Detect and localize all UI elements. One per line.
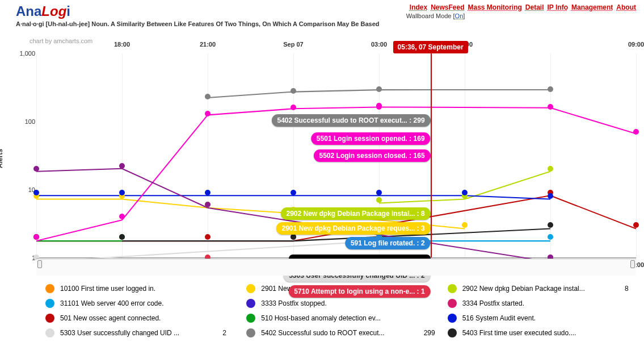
nav-management[interactable]: Management (571, 3, 613, 11)
data-point[interactable] (119, 234, 125, 240)
legend-item[interactable]: 31101 Web server 400 error code. (45, 299, 242, 308)
legend-swatch-icon (45, 314, 54, 323)
series-tooltip: 5501 Login session opened. : 169 (311, 132, 431, 145)
legend-label: 5403 First time user executed sudo.... (462, 329, 619, 337)
legend-swatch-icon (246, 314, 255, 323)
top-nav: IndexNewsFeedMass MonitoringDetailIP Inf… (406, 3, 636, 11)
svg-line-25 (36, 220, 122, 241)
series-tooltip: 2902 New dpkg Debian Package instal... :… (280, 207, 430, 220)
svg-line-11 (550, 195, 636, 228)
data-point[interactable] (548, 166, 553, 172)
data-point[interactable] (376, 86, 382, 92)
legend-item[interactable]: 510 Host-based anomaly detection ev... (246, 314, 443, 323)
data-point[interactable] (548, 193, 553, 199)
data-point[interactable] (205, 94, 211, 99)
legend-item[interactable]: 3334 Postfix started. (448, 299, 644, 308)
data-point[interactable] (291, 105, 296, 110)
app-logo: AnaLogi (16, 3, 380, 19)
data-point[interactable] (462, 222, 468, 228)
data-point[interactable] (119, 190, 125, 195)
legend-label: 10100 First time user logged in. (60, 285, 217, 293)
data-point[interactable] (376, 197, 382, 203)
wallboard-toggle[interactable]: On (455, 12, 464, 19)
data-point[interactable] (33, 166, 39, 172)
svg-line-34 (122, 169, 208, 208)
legend-count: 299 (424, 329, 443, 337)
series-tooltip: 5502 Login session closed. : 165 (314, 149, 431, 162)
legend-item[interactable]: 3333 Postfix stopped. (246, 299, 443, 308)
scrubber-handle-left[interactable] (37, 260, 42, 268)
series-tooltip: 5710 Attempt to login using a non-e... :… (288, 285, 430, 298)
legend-swatch-icon (45, 328, 54, 337)
data-point[interactable] (633, 222, 639, 228)
chart-plot[interactable]: 05:36, 07 September5402 Successful sudo … (36, 53, 636, 258)
data-point[interactable] (205, 190, 211, 195)
legend-swatch-icon (246, 299, 255, 308)
legend-swatch-icon (246, 284, 255, 293)
data-point[interactable] (548, 234, 553, 240)
legend-item[interactable]: 501 New ossec agent connected. (45, 314, 242, 323)
legend-swatch-icon (45, 299, 54, 308)
data-point[interactable] (548, 86, 553, 92)
scrubber-handle-right[interactable] (630, 260, 635, 268)
data-point[interactable] (548, 222, 553, 228)
y-axis: 1101001,000 (14, 53, 35, 258)
legend-label: 516 System Audit event. (462, 314, 619, 322)
nav-about[interactable]: About (616, 3, 636, 11)
series-tooltip: 2901 New dpkg Debian Package reques... :… (276, 222, 430, 235)
legend-label: 3333 Postfix stopped. (261, 299, 418, 307)
data-point[interactable] (119, 163, 125, 169)
data-point[interactable] (548, 104, 553, 110)
legend-swatch-icon (45, 284, 54, 293)
nav-mass-monitoring[interactable]: Mass Monitoring (468, 3, 522, 11)
data-point[interactable] (376, 104, 382, 110)
svg-line-26 (122, 115, 208, 220)
data-point[interactable] (119, 214, 125, 219)
legend-item[interactable]: 2902 New dpkg Debian Package instal...8 (448, 284, 644, 293)
nav-newsfeed[interactable]: NewsFeed (431, 3, 464, 11)
data-point[interactable] (462, 190, 468, 195)
legend-label: 3334 Postfix started. (462, 299, 619, 307)
data-point[interactable] (33, 190, 39, 195)
chart-container: Alerts 1101001,000 18:0021:00Sep 0703:00… (8, 42, 636, 275)
legend-swatch-icon (448, 299, 457, 308)
data-point[interactable] (291, 190, 296, 195)
data-point[interactable] (291, 234, 296, 240)
legend-count: 2 (222, 329, 242, 337)
x-tick: 09:00 (628, 41, 644, 48)
data-point[interactable] (205, 234, 211, 240)
svg-line-20 (208, 92, 293, 98)
legend-label: 31101 Web server 400 error code. (60, 299, 217, 307)
time-marker-line (431, 53, 432, 257)
legend-item[interactable]: 5303 User successfully changed UID ...2 (45, 328, 242, 337)
legend-swatch-icon (448, 314, 457, 323)
svg-line-33 (36, 169, 122, 172)
legend-label: 2902 New dpkg Debian Package instal... (462, 285, 619, 293)
time-marker-label: 05:36, 07 September (393, 41, 468, 53)
data-point[interactable] (205, 111, 211, 116)
legend-item[interactable]: 516 System Audit event. (448, 314, 644, 323)
legend-item[interactable]: 10100 First time user logged in. (45, 284, 242, 293)
nav-index[interactable]: Index (410, 3, 427, 11)
legend-item[interactable]: 5402 Successful sudo to ROOT execut...29… (246, 328, 443, 337)
legend-label: 5303 User successfully changed UID ... (60, 329, 217, 337)
overview-scrubber[interactable] (36, 259, 636, 276)
svg-line-30 (550, 108, 636, 134)
legend-label: 5402 Successful sudo to ROOT execut... (261, 329, 418, 337)
legend-label: 510 Host-based anomaly detection ev... (261, 314, 418, 322)
data-point[interactable] (33, 234, 39, 240)
data-point[interactable] (291, 88, 296, 94)
data-point[interactable] (205, 202, 211, 207)
x-tick: 18:00 (114, 41, 130, 48)
nav-ip-info[interactable]: IP Info (548, 3, 568, 11)
data-point[interactable] (633, 129, 639, 135)
top-x-axis: 18:0021:00Sep 0703:0006:0009:00 (36, 41, 636, 51)
x-tick: Sep 07 (283, 41, 303, 48)
legend-item[interactable]: 5403 First time user executed sudo.... (448, 328, 644, 337)
svg-line-29 (379, 107, 550, 107)
x-tick: 03:00 (371, 41, 387, 48)
x-tick: 21:00 (200, 41, 216, 48)
wallboard-mode: Wallboard Mode [On] (406, 12, 636, 19)
nav-detail[interactable]: Detail (525, 3, 544, 11)
data-point[interactable] (376, 190, 382, 195)
